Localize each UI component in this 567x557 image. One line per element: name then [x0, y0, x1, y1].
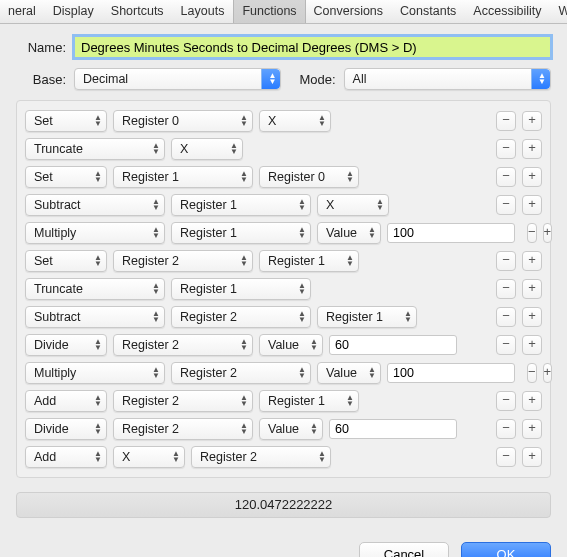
op-select[interactable]: Value▲▼ [259, 418, 323, 440]
add-step-button[interactable]: + [522, 251, 542, 271]
operation-row: Set▲▼Register 2▲▼Register 1▲▼−+ [25, 247, 542, 275]
remove-step-button[interactable]: − [496, 195, 516, 215]
tab-shortcuts[interactable]: Shortcuts [103, 0, 173, 23]
remove-step-button[interactable]: − [496, 391, 516, 411]
remove-step-button[interactable]: − [496, 447, 516, 467]
remove-step-button[interactable]: − [496, 251, 516, 271]
op-select[interactable]: Multiply▲▼ [25, 222, 165, 244]
tab-display[interactable]: Display [45, 0, 103, 23]
remove-step-button[interactable]: − [527, 363, 537, 383]
op-value-input[interactable] [329, 419, 457, 439]
cancel-button[interactable]: Cancel [359, 542, 449, 557]
op-select[interactable]: Register 2▲▼ [113, 334, 253, 356]
op-select[interactable]: Value▲▼ [317, 222, 381, 244]
op-select[interactable]: X▲▼ [317, 194, 389, 216]
op-select[interactable]: Register 1▲▼ [171, 222, 311, 244]
remove-step-button[interactable]: − [527, 223, 537, 243]
select-arrows-icon: ▲▼ [538, 73, 546, 85]
select-arrows-icon: ▲▼ [94, 171, 102, 183]
op-select[interactable]: Value▲▼ [317, 362, 381, 384]
op-select[interactable]: Register 1▲▼ [171, 194, 311, 216]
op-select[interactable]: Register 1▲▼ [259, 250, 359, 272]
add-step-button[interactable]: + [522, 447, 542, 467]
select-arrows-icon: ▲▼ [240, 171, 248, 183]
add-step-button[interactable]: + [522, 419, 542, 439]
ok-button[interactable]: OK [461, 542, 551, 557]
mode-select[interactable]: All ▲▼ [344, 68, 551, 90]
tab-accessibility[interactable]: Accessibility [465, 0, 550, 23]
remove-step-button[interactable]: − [496, 139, 516, 159]
remove-step-button[interactable]: − [496, 335, 516, 355]
op-select[interactable]: Subtract▲▼ [25, 194, 165, 216]
add-step-button[interactable]: + [522, 307, 542, 327]
op-select[interactable]: Register 0▲▼ [113, 110, 253, 132]
op-select[interactable]: Register 2▲▼ [191, 446, 331, 468]
add-step-button[interactable]: + [543, 223, 553, 243]
op-select[interactable]: Register 2▲▼ [113, 390, 253, 412]
op-select[interactable]: Add▲▼ [25, 446, 107, 468]
tab-neral[interactable]: neral [0, 0, 45, 23]
op-select[interactable]: Divide▲▼ [25, 334, 107, 356]
select-arrows-icon: ▲▼ [346, 171, 354, 183]
select-arrows-icon: ▲▼ [240, 423, 248, 435]
op-select[interactable]: Set▲▼ [25, 166, 107, 188]
select-arrows-icon: ▲▼ [404, 311, 412, 323]
op-select[interactable]: Register 2▲▼ [171, 306, 311, 328]
op-select[interactable]: Register 2▲▼ [171, 362, 311, 384]
operations-list: Set▲▼Register 0▲▼X▲▼−+Truncate▲▼X▲▼−+Set… [16, 100, 551, 478]
tab-layouts[interactable]: Layouts [173, 0, 234, 23]
remove-step-button[interactable]: − [496, 167, 516, 187]
add-step-button[interactable]: + [522, 111, 542, 131]
op-select[interactable]: X▲▼ [259, 110, 331, 132]
function-editor-sheet: Name: Base: Decimal ▲▼ Mode: All ▲▼ Set▲… [0, 24, 567, 528]
op-select-value: X [268, 114, 276, 128]
op-select[interactable]: Register 0▲▼ [259, 166, 359, 188]
result-display: 120.0472222222 [16, 492, 551, 518]
op-select-value: Multiply [34, 366, 76, 380]
remove-step-button[interactable]: − [496, 111, 516, 131]
op-select[interactable]: X▲▼ [113, 446, 185, 468]
tab-functions[interactable]: Functions [233, 0, 305, 23]
mode-label: Mode: [299, 72, 335, 87]
op-select[interactable]: Truncate▲▼ [25, 278, 165, 300]
op-select[interactable]: Truncate▲▼ [25, 138, 165, 160]
op-select[interactable]: Register 1▲▼ [113, 166, 253, 188]
op-select[interactable]: Set▲▼ [25, 110, 107, 132]
add-step-button[interactable]: + [543, 363, 553, 383]
op-select[interactable]: Register 2▲▼ [113, 418, 253, 440]
tab-conversions[interactable]: Conversions [306, 0, 392, 23]
add-step-button[interactable]: + [522, 279, 542, 299]
tab-constants[interactable]: Constants [392, 0, 465, 23]
op-value-input[interactable] [387, 223, 515, 243]
add-step-button[interactable]: + [522, 335, 542, 355]
select-arrows-icon: ▲▼ [152, 199, 160, 211]
remove-step-button[interactable]: − [496, 419, 516, 439]
op-select[interactable]: Divide▲▼ [25, 418, 107, 440]
select-arrows-icon: ▲▼ [298, 311, 306, 323]
add-step-button[interactable]: + [522, 195, 542, 215]
op-value-input[interactable] [329, 335, 457, 355]
remove-step-button[interactable]: − [496, 279, 516, 299]
select-arrows-icon: ▲▼ [346, 395, 354, 407]
function-name-input[interactable] [74, 36, 551, 58]
op-select[interactable]: Multiply▲▼ [25, 362, 165, 384]
add-step-button[interactable]: + [522, 167, 542, 187]
op-select[interactable]: Value▲▼ [259, 334, 323, 356]
op-select[interactable]: Register 1▲▼ [317, 306, 417, 328]
base-select[interactable]: Decimal ▲▼ [74, 68, 281, 90]
prefs-tabs: neralDisplayShortcutsLayoutsFunctionsCon… [0, 0, 567, 24]
tab-widget[interactable]: Widget [550, 0, 567, 23]
add-step-button[interactable]: + [522, 391, 542, 411]
op-select[interactable]: X▲▼ [171, 138, 243, 160]
op-select[interactable]: Subtract▲▼ [25, 306, 165, 328]
op-value-input[interactable] [387, 363, 515, 383]
add-step-button[interactable]: + [522, 139, 542, 159]
op-select[interactable]: Add▲▼ [25, 390, 107, 412]
op-select[interactable]: Set▲▼ [25, 250, 107, 272]
op-select[interactable]: Register 1▲▼ [259, 390, 359, 412]
op-select[interactable]: Register 1▲▼ [171, 278, 311, 300]
remove-step-button[interactable]: − [496, 307, 516, 327]
op-select[interactable]: Register 2▲▼ [113, 250, 253, 272]
op-select-value: Register 1 [180, 226, 237, 240]
select-arrows-icon: ▲▼ [298, 367, 306, 379]
